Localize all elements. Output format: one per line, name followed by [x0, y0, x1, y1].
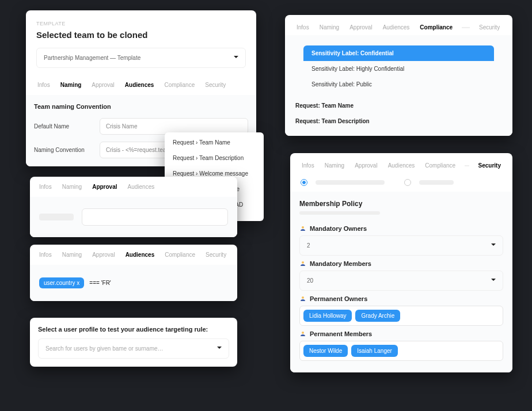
svg-point-0 — [302, 226, 304, 229]
tab3-approval[interactable]: Approval — [91, 249, 116, 260]
tab5-approval[interactable]: Approval — [348, 22, 373, 33]
audience-condition: === 'FR' — [89, 280, 111, 286]
owner-chip[interactable]: Lidia Holloway — [303, 310, 352, 322]
tab3-infos[interactable]: Infos — [38, 249, 53, 260]
chevron-down-icon — [234, 54, 238, 62]
tab-naming[interactable]: Naming — [59, 79, 83, 90]
tab5-infos[interactable]: Infos — [295, 22, 310, 33]
tab5-naming[interactable]: Naming — [318, 22, 340, 33]
sens-public[interactable]: Sensitivity Label: Public — [303, 77, 494, 92]
request-team-description: Request: Team Description — [293, 113, 504, 132]
tab6-approval[interactable]: Approval — [354, 160, 378, 171]
tab6-naming[interactable]: Naming — [324, 160, 345, 171]
tab-security[interactable]: Security — [204, 79, 227, 90]
sens-confidential[interactable]: Sensitivity Label: Confidential — [303, 45, 494, 61]
profile-search[interactable]: Search for users by given bame or surnam… — [38, 338, 229, 359]
owner-chip[interactable]: Grady Archie — [355, 310, 400, 322]
audience-chip[interactable]: user.country x — [39, 277, 84, 288]
tab5-compliance[interactable]: Compliance — [419, 22, 454, 33]
person-icon — [299, 330, 306, 337]
permanent-owners-label: Permanent Owners — [310, 295, 367, 302]
member-chip[interactable]: Nestor Wilde — [303, 345, 348, 357]
mandatory-members-value: 20 — [307, 277, 313, 284]
team-select-value: Partnership Management — Template — [44, 55, 140, 61]
tab-audiences[interactable]: Audiences — [124, 79, 155, 90]
svg-point-3 — [302, 332, 304, 334]
dd-team-description[interactable]: Request › Team Description — [165, 150, 264, 166]
tab3-compliance[interactable]: Compliance — [164, 249, 196, 260]
skeleton-text — [299, 211, 380, 215]
svg-point-1 — [302, 261, 304, 264]
tab5-audiences[interactable]: Audiences — [382, 22, 411, 33]
chevron-down-icon — [217, 345, 222, 352]
chevron-down-icon — [491, 242, 496, 249]
permanent-members-field[interactable]: Nestor Wilde Isaiah Langer — [299, 341, 503, 361]
mandatory-members-label: Mandatory Members — [310, 260, 371, 267]
mandatory-owners-label: Mandatory Owners — [310, 225, 367, 232]
skeleton-block — [39, 214, 74, 220]
tab-approval[interactable]: Approval — [90, 79, 115, 90]
naming-convention-label: Naming Convention — [34, 147, 92, 153]
tab2-audiences[interactable]: Audiences — [127, 181, 156, 192]
tab-separator — [465, 165, 469, 166]
tab2-approval[interactable]: Approval — [91, 181, 118, 192]
tab2-naming[interactable]: Naming — [61, 181, 83, 192]
profile-search-placeholder: Search for users by given bame or surnam… — [45, 345, 164, 352]
tab2-infos[interactable]: Infos — [38, 181, 53, 192]
tab3-naming[interactable]: Naming — [61, 249, 83, 260]
team-select[interactable]: Partnership Management — Template — [36, 48, 246, 68]
person-icon — [299, 295, 306, 302]
tab-separator — [462, 27, 470, 28]
approval-input[interactable] — [82, 208, 228, 226]
skeleton-text — [316, 180, 385, 185]
tab-infos[interactable]: Infos — [36, 79, 51, 90]
mandatory-members-select[interactable]: 20 — [299, 271, 503, 291]
skeleton-text — [419, 180, 454, 185]
person-icon — [299, 225, 306, 232]
mandatory-owners-value: 2 — [307, 242, 310, 249]
radio-option-2[interactable] — [404, 179, 411, 186]
tab3-audiences[interactable]: Audiences — [124, 249, 156, 260]
dd-team-name[interactable]: Request › Team Name — [165, 135, 264, 150]
template-eyebrow: TEMPLATE — [36, 21, 246, 26]
mandatory-owners-select[interactable]: 2 — [299, 235, 503, 256]
naming-heading: Team naming Convention — [34, 103, 248, 110]
permanent-members-label: Permanent Members — [310, 330, 372, 337]
tab-compliance[interactable]: Compliance — [163, 79, 196, 90]
audience-chip-text: user.country x — [44, 280, 79, 286]
sens-highly-confidential[interactable]: Sensitivity Label: Highly Confidential — [303, 61, 494, 77]
chevron-down-icon — [491, 277, 496, 284]
person-icon — [299, 260, 306, 267]
member-chip[interactable]: Isaiah Langer — [351, 345, 398, 357]
tab6-security[interactable]: Security — [477, 160, 502, 171]
default-name-label: Default Name — [34, 123, 92, 130]
request-team-name: Request: Team Name — [293, 98, 504, 113]
tab6-infos[interactable]: Infos — [301, 160, 316, 171]
radio-option-1[interactable] — [301, 179, 307, 186]
page-title: Selected team to be cloned — [36, 30, 246, 40]
tab6-audiences[interactable]: Audiences — [387, 160, 416, 171]
permanent-owners-field[interactable]: Lidia Holloway Grady Archie — [299, 306, 503, 326]
tab3-security[interactable]: Security — [204, 249, 227, 260]
tab5-security[interactable]: Security — [478, 22, 501, 33]
profile-test-title: Select a user profile to test your audie… — [38, 326, 229, 333]
membership-policy-heading: Membership Policy — [299, 200, 503, 208]
svg-point-2 — [302, 296, 304, 299]
tab6-compliance[interactable]: Compliance — [424, 160, 457, 171]
